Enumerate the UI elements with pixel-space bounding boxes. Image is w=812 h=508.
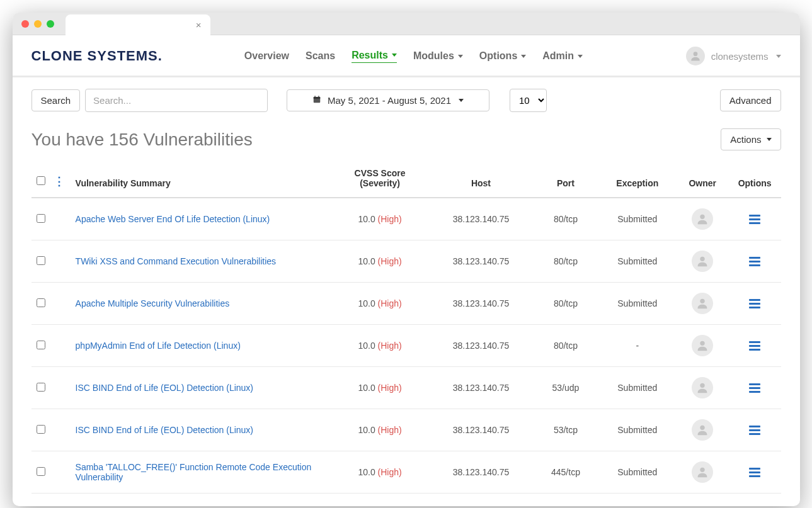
select-all-checkbox[interactable] [37,176,45,185]
cvss-score: 10.0 [358,467,377,477]
exception-cell: Submitted [598,409,677,451]
username-label: clonesystems [711,51,769,62]
owner-avatar-icon[interactable] [692,419,713,441]
exception-cell: Submitted [598,198,677,240]
nav-item-label: Admin [542,50,574,62]
row-checkbox[interactable] [37,383,45,392]
window-close-icon[interactable] [21,20,29,28]
row-options-icon[interactable] [734,426,776,435]
nav-item-scans[interactable]: Scans [306,50,335,62]
host-cell: 38.123.140.75 [429,240,534,283]
table-row: Samba 'TALLOC_FREE()' Function Remote Co… [31,451,781,494]
col-cvss-line1: CVSS Score [336,168,423,178]
row-checkbox[interactable] [37,256,45,265]
date-range-picker[interactable]: May 5, 2021 - August 5, 2021 [287,89,489,111]
caret-down-icon [459,99,464,102]
vulnerability-link[interactable]: ISC BIND End of Life (EOL) Detection (Li… [76,383,253,393]
svg-point-11 [700,468,705,472]
col-cvss: CVSS Score (Severity) [331,162,428,198]
svg-point-5 [700,215,705,219]
owner-avatar-icon[interactable] [692,208,713,230]
svg-point-9 [700,383,705,388]
exception-cell: Submitted [598,367,677,409]
owner-avatar-icon[interactable] [692,335,713,356]
cvss-score: 10.0 [358,298,377,308]
col-exception: Exception [598,162,677,198]
port-cell: 80/tcp [533,325,598,367]
heading-row: You have 156 Vulnerabilities Actions [13,123,800,162]
tab-close-icon[interactable]: × [196,20,202,30]
cvss-score: 10.0 [358,383,377,393]
search-button[interactable]: Search [31,89,81,111]
owner-avatar-icon[interactable] [692,293,713,314]
actions-button[interactable]: Actions [721,128,781,150]
severity-label: (High) [378,341,402,351]
port-cell: 80/tcp [533,240,598,283]
nav-item-overview[interactable]: Overview [244,50,289,62]
col-options: Options [729,162,781,198]
svg-point-6 [700,257,705,261]
severity-label: (High) [378,298,402,308]
vulnerability-link[interactable]: Apache Multiple Security Vulnerabilities [76,298,230,308]
caret-down-icon [458,55,463,58]
table-header-row: ⋮ Vulnerability Summary CVSS Score (Seve… [31,162,781,198]
owner-avatar-icon[interactable] [692,377,713,398]
svg-point-10 [700,426,705,430]
nav-item-options[interactable]: Options [479,50,526,62]
table-body: Apache Web Server End Of Life Detection … [31,198,781,494]
vulnerability-link[interactable]: TWiki XSS and Command Execution Vulnerab… [76,256,277,266]
severity-label: (High) [378,214,402,224]
exception-cell: - [598,325,677,367]
page-size-select[interactable]: 10 [510,89,547,112]
caret-down-icon [767,138,772,141]
column-menu-icon[interactable]: ⋮ [54,175,65,188]
row-options-icon[interactable] [734,383,776,393]
toolbar: Search May 5, 2021 - August 5, 2021 10 A… [13,77,800,123]
nav-item-modules[interactable]: Modules [413,50,463,62]
owner-avatar-icon[interactable] [692,251,713,272]
vulnerability-link[interactable]: ISC BIND End of Life (EOL) Detection (Li… [76,425,253,435]
severity-label: (High) [378,425,402,435]
owner-avatar-icon[interactable] [692,461,713,483]
row-options-icon[interactable] [734,341,776,351]
cvss-score: 10.0 [358,214,377,224]
host-cell: 38.123.140.75 [429,451,534,494]
browser-tab[interactable]: × [66,14,210,36]
table-row: Apache Multiple Security Vulnerabilities… [31,283,781,325]
nav-items: OverviewScansResultsModulesOptionsAdmin [244,50,583,63]
nav-item-label: Options [479,50,517,62]
table-row: Apache Web Server End Of Life Detection … [31,198,781,240]
row-checkbox[interactable] [37,214,45,223]
exception-cell: Submitted [598,283,677,325]
row-options-icon[interactable] [734,299,776,308]
exception-cell: Submitted [598,240,677,283]
row-checkbox[interactable] [37,341,45,349]
row-checkbox[interactable] [37,425,45,434]
vulnerability-link[interactable]: Apache Web Server End Of Life Detection … [76,214,270,224]
row-checkbox[interactable] [37,298,45,307]
port-cell: 53/tcp [533,409,598,451]
vulnerability-link[interactable]: Samba 'TALLOC_FREE()' Function Remote Co… [76,462,312,482]
window-maximize-icon[interactable] [47,20,54,28]
port-cell: 53/udp [533,367,598,409]
row-options-icon[interactable] [734,215,776,224]
search-input[interactable] [85,89,268,112]
vulnerability-link[interactable]: phpMyAdmin End of Life Detection (Linux) [76,341,241,351]
col-host: Host [429,162,534,198]
top-nav: CLONE SYSTEMS. OverviewScansResultsModul… [13,35,800,77]
advanced-button[interactable]: Advanced [720,89,781,111]
svg-point-7 [700,299,705,303]
col-port: Port [533,162,598,198]
row-checkbox[interactable] [37,467,45,476]
nav-item-admin[interactable]: Admin [542,50,583,62]
window-minimize-icon[interactable] [34,20,42,28]
actions-label: Actions [730,134,761,145]
svg-rect-4 [318,96,319,98]
nav-item-results[interactable]: Results [352,50,397,63]
host-cell: 38.123.140.75 [429,198,534,240]
row-options-icon[interactable] [734,468,776,477]
table-row: ISC BIND End of Life (EOL) Detection (Li… [31,367,781,409]
table-wrap: ⋮ Vulnerability Summary CVSS Score (Seve… [13,162,800,506]
row-options-icon[interactable] [734,257,776,266]
user-menu[interactable]: clonesystems [686,47,781,65]
